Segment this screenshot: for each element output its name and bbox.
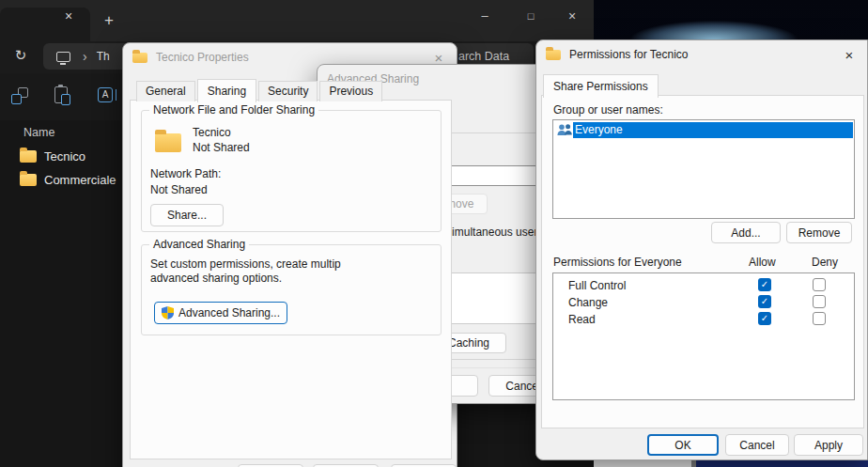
shared-folder-name: Tecnico: [193, 126, 231, 139]
properties-dialog: Tecnico Properties × General Sharing Sec…: [122, 42, 457, 467]
wallpaper-glow: [620, 15, 808, 40]
folder-icon: [155, 133, 181, 152]
advanced-sharing-group: Advanced Sharing Set custom permissions,…: [141, 244, 442, 335]
folder-icon: [546, 50, 561, 60]
tab-sharing[interactable]: Sharing: [197, 79, 256, 102]
permissions-for-label: Permissions for Everyone: [553, 256, 682, 269]
close-icon[interactable]: ×: [430, 50, 447, 66]
desktop-wallpaper-strip: [696, 460, 868, 467]
advanced-sharing-button-label: Advanced Sharing...: [178, 306, 280, 319]
dialog-title: Tecnico Properties: [156, 51, 249, 64]
advanced-description-line2: advanced sharing options.: [150, 272, 282, 285]
close-icon[interactable]: ×: [841, 47, 858, 63]
advanced-sharing-button[interactable]: Advanced Sharing...: [154, 302, 287, 324]
folder-icon: [20, 150, 37, 163]
tab-general[interactable]: General: [136, 81, 195, 101]
allow-column-header: Allow: [749, 256, 776, 269]
maximize-icon[interactable]: □: [519, 6, 543, 26]
group-user-names-label: Group or user names:: [553, 103, 663, 117]
advanced-description-line1: Set custom permissions, create multip: [150, 257, 341, 271]
desktop-window-strip: [594, 460, 691, 467]
file-name: Tecnico: [44, 149, 85, 163]
explorer-tab-bar: × + – □ ×: [0, 0, 594, 41]
copy-icon[interactable]: [11, 87, 28, 104]
group-user-list[interactable]: Everyone: [552, 119, 855, 219]
allow-checkbox[interactable]: [758, 312, 771, 325]
permission-row-change: Change: [553, 294, 854, 311]
allow-checkbox[interactable]: [758, 295, 771, 308]
permissions-ok-button[interactable]: OK: [647, 434, 719, 456]
network-sharing-group: Network File and Folder Sharing Tecnico …: [141, 110, 442, 232]
folder-icon: [132, 53, 147, 63]
rename-icon[interactable]: A: [98, 87, 113, 102]
deny-checkbox[interactable]: [813, 278, 826, 291]
tab-security[interactable]: Security: [258, 81, 318, 101]
refresh-icon[interactable]: ↻: [10, 45, 31, 66]
permission-label: Read: [568, 313, 596, 326]
folder-icon: [20, 174, 37, 186]
add-group-button[interactable]: Add...: [711, 222, 781, 243]
selected-group-name: Everyone: [573, 122, 853, 138]
allow-checkbox[interactable]: [758, 278, 771, 291]
permission-label: Full Control: [568, 279, 626, 292]
network-path-value: Not Shared: [150, 183, 208, 196]
shared-folder-state: Not Shared: [193, 141, 250, 154]
deny-checkbox[interactable]: [813, 312, 826, 325]
permission-row-read: Read: [553, 311, 854, 328]
uac-shield-icon: [162, 306, 174, 319]
dialog-title: Permissions for Tecnico: [569, 48, 689, 61]
permissions-dialog: Permissions for Tecnico × Share Permissi…: [535, 39, 868, 460]
list-item-everyone[interactable]: Everyone: [553, 121, 854, 139]
deny-column-header: Deny: [812, 256, 838, 269]
column-header-name[interactable]: Name: [23, 126, 54, 139]
breadcrumb[interactable]: Th: [97, 50, 110, 63]
group-label: Advanced Sharing: [149, 238, 249, 251]
tab-previous-versions[interactable]: Previous: [319, 81, 382, 101]
permission-label: Change: [568, 296, 608, 309]
permissions-apply-button[interactable]: Apply: [794, 434, 863, 456]
permission-row-full-control: Full Control: [553, 277, 854, 294]
deny-checkbox[interactable]: [813, 295, 826, 308]
screen: × + – □ × ↻ › Th arch Data A Name: [0, 0, 868, 467]
file-name: Commerciale: [44, 173, 116, 187]
permissions-cancel-button[interactable]: Cancel: [725, 434, 789, 456]
users-icon: [556, 123, 573, 137]
chevron-right-icon: ›: [83, 49, 87, 64]
remove-group-button[interactable]: Remove: [786, 222, 852, 243]
this-pc-icon: [56, 52, 70, 62]
tab-share-permissions[interactable]: Share Permissions: [543, 74, 659, 98]
sharing-tab-page: Network File and Folder Sharing Tecnico …: [130, 100, 452, 459]
permissions-list[interactable]: Full Control Change Read: [552, 272, 855, 400]
window-close-icon[interactable]: ×: [560, 6, 584, 26]
tab-close-icon[interactable]: ×: [60, 8, 77, 24]
minimize-icon[interactable]: –: [473, 6, 497, 26]
network-path-label: Network Path:: [150, 167, 221, 180]
share-button[interactable]: Share...: [150, 204, 224, 226]
permissions-titlebar: Permissions for Tecnico ×: [536, 40, 867, 69]
paste-icon[interactable]: [54, 86, 68, 103]
share-permissions-page: Group or user names: Everyone Add... Rem…: [541, 95, 864, 428]
new-tab-icon[interactable]: +: [100, 11, 118, 30]
group-label: Network File and Folder Sharing: [149, 103, 318, 117]
